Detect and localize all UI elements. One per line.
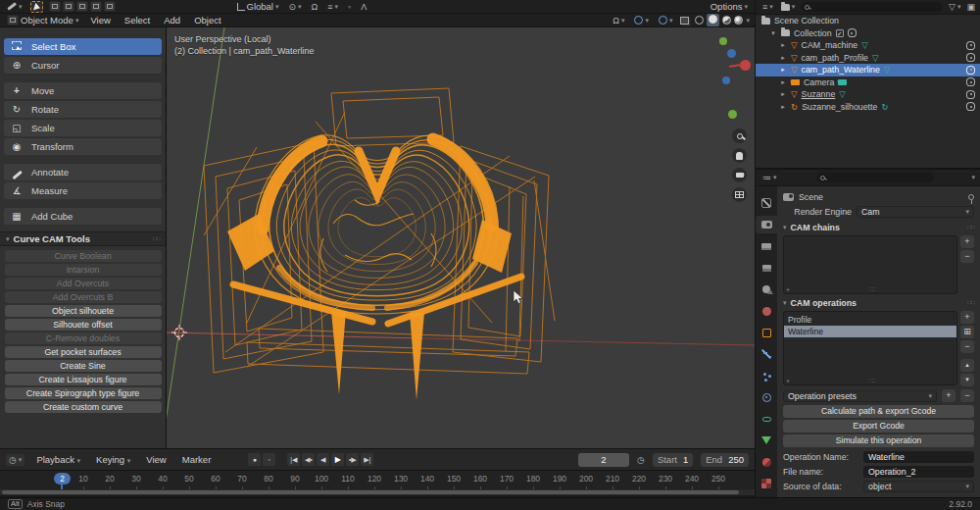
timeline-scrollbar[interactable] [0, 489, 755, 495]
snap-with-dropdown[interactable]: ≡▾ [325, 2, 340, 12]
start-frame-field[interactable]: Start1 [653, 453, 693, 467]
pivot-point-dropdown[interactable]: ⊙▾ [287, 2, 304, 12]
tool-select-box[interactable]: Select Box [4, 38, 162, 55]
use-preview-range-icon[interactable]: ◷ [637, 455, 645, 465]
add-overcuts-button[interactable]: Add Overcuts [5, 278, 162, 290]
add-overcuts-b-button[interactable]: Add Overcuts B [5, 291, 162, 304]
remove-chain-button[interactable]: − [960, 250, 974, 263]
prev-keyframe-button[interactable]: ◀• [302, 453, 315, 466]
properties-search-input[interactable] [816, 173, 934, 182]
auto-key-button[interactable]: ● [248, 453, 261, 466]
file-name-field[interactable]: Operation_2 [863, 466, 974, 478]
cam-operations-panel-header[interactable]: ▾CAM operations∷∷ [783, 296, 974, 310]
new-collection-button[interactable]: ▣ [966, 2, 975, 12]
expand-icon[interactable]: ▸ [787, 377, 790, 383]
source-of-data-dropdown[interactable]: object▾ [863, 481, 974, 492]
auto-key-options-button[interactable]: ◦ [263, 453, 275, 466]
gizmo-axis-dot[interactable] [728, 110, 737, 119]
end-frame-field[interactable]: End250 [701, 453, 749, 467]
tab-scene[interactable] [756, 280, 777, 298]
camera-view-button[interactable] [732, 168, 747, 182]
tab-tool[interactable] [756, 194, 777, 212]
tab-object-data[interactable] [756, 432, 777, 449]
gizmo-axis-dot[interactable] [719, 37, 727, 45]
select-mode-new-icon[interactable] [49, 1, 61, 12]
perspective-toggle-button[interactable] [732, 187, 747, 202]
editor-type-button[interactable]: ▾ [5, 3, 24, 11]
create-custom-curve-button[interactable]: Create custom curve [5, 401, 162, 414]
cam-chains-list[interactable]: ▸∷∷ [783, 235, 957, 294]
transform-orientation-dropdown[interactable]: Global▾ [235, 1, 281, 12]
cam-tools-panel-header[interactable]: ▾Curve CAM Tools∷∷ [0, 231, 166, 246]
outliner-display-mode-button[interactable]: ▾ [779, 3, 798, 11]
operation-row-waterline[interactable]: Waterline [784, 326, 956, 337]
curve-boolean-button[interactable]: Curve Boolean [5, 250, 162, 263]
menu-view-timeline[interactable]: View [142, 454, 170, 465]
mode-dropdown[interactable]: Object Mode▾ [5, 15, 80, 26]
proportional-editing-toggle[interactable]: ◦ [346, 2, 353, 12]
scrollbar-handle[interactable] [2, 490, 739, 494]
outliner-row-camera[interactable]: ▸Camera [756, 76, 980, 89]
remove-doubles-button[interactable]: C-Remove doubles [5, 332, 162, 345]
pan-button[interactable] [732, 148, 747, 163]
tab-texture[interactable] [756, 475, 777, 492]
operation-presets-dropdown[interactable]: Operation presets▾ [783, 390, 937, 402]
outliner-search-input[interactable] [801, 2, 943, 12]
menu-select[interactable]: Select [121, 15, 154, 26]
eye-icon[interactable] [966, 53, 975, 62]
menu-view[interactable]: View [86, 15, 114, 26]
tab-object[interactable] [756, 324, 777, 341]
eye-icon[interactable] [966, 90, 975, 99]
menu-object[interactable]: Object [190, 15, 224, 26]
menu-playback[interactable]: Playback ▾ [32, 454, 84, 465]
gizmo-axis-dot[interactable] [740, 60, 751, 71]
tab-world[interactable] [756, 302, 777, 320]
tab-particles[interactable] [756, 367, 777, 384]
create-spirograph-button[interactable]: Create Spirograph type figure [5, 387, 162, 400]
tool-measure[interactable]: ∡Measure [4, 182, 162, 199]
properties-options-caret[interactable]: ▾ [971, 174, 975, 181]
play-reverse-button[interactable]: ◀ [317, 453, 329, 466]
eye-icon[interactable] [966, 77, 975, 86]
select-mode-subtract-icon[interactable] [76, 1, 88, 12]
eye-icon[interactable] [966, 66, 975, 75]
tab-render[interactable] [756, 216, 777, 233]
timeline-editor-button[interactable]: ◷▾ [6, 454, 24, 466]
eye-icon[interactable] [966, 41, 975, 50]
create-sine-button[interactable]: Create Sine [5, 360, 162, 373]
timeline-ruler[interactable]: 2 10203040506070809010011012013014015016… [0, 470, 755, 489]
options-dropdown[interactable]: Options▾ [709, 1, 750, 12]
outliner-row-collection[interactable]: ▾Collection ✓ [756, 27, 980, 40]
tool-annotate[interactable]: Annotate [4, 164, 162, 180]
shading-solid-button[interactable] [707, 14, 719, 26]
outliner-row-scene-collection[interactable]: Scene Collection [756, 15, 980, 27]
outliner-filter-button[interactable]: ≡▾ [760, 2, 775, 12]
add-preset-button[interactable]: + [942, 389, 956, 402]
export-gcode-button[interactable]: Export Gcode [783, 420, 974, 433]
shading-material-icon[interactable] [722, 16, 731, 25]
simulate-operation-button[interactable]: Simulate this operation [783, 434, 974, 447]
shading-wireframe-icon[interactable] [695, 16, 704, 25]
operation-name-field[interactable]: Waterline [863, 451, 974, 463]
remove-preset-button[interactable]: − [960, 389, 974, 402]
jump-to-end-button[interactable]: ▶| [361, 453, 373, 466]
falloff-dropdown[interactable]: Λ [359, 2, 368, 12]
select-mode-extend-icon[interactable] [63, 1, 74, 12]
tab-constraints[interactable] [756, 410, 777, 428]
add-chain-button[interactable]: + [960, 235, 974, 248]
duplicate-operation-button[interactable]: ⊞ [960, 326, 974, 338]
next-keyframe-button[interactable]: •▶ [346, 453, 359, 466]
tab-physics[interactable] [756, 388, 777, 406]
jump-to-start-button[interactable]: |◀ [287, 453, 300, 466]
tab-modifiers[interactable] [756, 345, 777, 363]
outliner-row-cam-path-profile[interactable]: ▸▽cam_path_Profile ▽ [756, 52, 980, 65]
tab-output[interactable] [756, 237, 777, 255]
render-engine-dropdown[interactable]: Cam▾ [857, 206, 974, 218]
tool-transform[interactable]: ◉Transform [4, 138, 162, 155]
tab-view-layer[interactable] [756, 259, 777, 277]
intarsion-button[interactable]: Intarsion [5, 264, 162, 277]
outliner-row-suzanne-silhouette[interactable]: ▸↻Suzanne_silhouette ↻ [756, 101, 980, 114]
tool-add-cube[interactable]: ▦Add Cube [4, 208, 162, 225]
viewport-3d[interactable]: User Perspective (Local) (2) Collection … [0, 27, 755, 448]
calculate-path-button[interactable]: Calculate path & export Gcode [783, 405, 974, 418]
